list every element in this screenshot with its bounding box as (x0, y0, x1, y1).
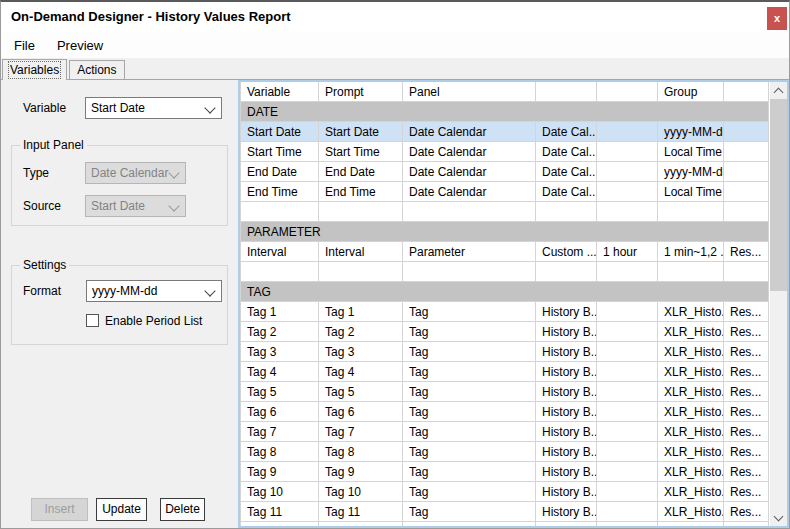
table-cell[interactable]: XLR_Histo... (658, 522, 724, 526)
table-cell[interactable] (597, 382, 658, 402)
table-cell[interactable]: Parameter (403, 242, 536, 262)
table-cell[interactable] (597, 302, 658, 322)
table-cell[interactable] (319, 262, 403, 282)
delete-button[interactable]: Delete (160, 498, 205, 521)
table-cell[interactable]: Local Time (658, 142, 724, 162)
table-cell[interactable]: XLR_Histo... (658, 442, 724, 462)
table-cell[interactable]: Tag 8 (241, 442, 319, 462)
table-cell[interactable]: Tag 12 (241, 522, 319, 526)
column-header[interactable]: Prompt (319, 82, 403, 102)
scroll-up-button[interactable] (770, 82, 787, 99)
table-cell[interactable]: Tag 6 (241, 402, 319, 422)
column-header[interactable] (597, 82, 658, 102)
column-header[interactable]: Group (658, 82, 724, 102)
table-cell[interactable] (724, 142, 769, 162)
table-cell[interactable]: History B... (536, 342, 597, 362)
table-cell[interactable]: Tag 3 (319, 342, 403, 362)
menu-item-preview[interactable]: Preview (46, 34, 114, 57)
table-cell[interactable] (597, 482, 658, 502)
table-cell[interactable]: Res... (724, 402, 769, 422)
table-cell[interactable]: Res... (724, 482, 769, 502)
table-cell[interactable]: Tag 2 (241, 322, 319, 342)
table-cell[interactable]: Tag 9 (319, 462, 403, 482)
table-row[interactable]: End DateEnd DateDate CalendarDate Cal...… (241, 162, 770, 182)
table-cell[interactable] (597, 122, 658, 142)
table-cell[interactable]: XLR_Histo... (658, 502, 724, 522)
enable-period-list-checkbox[interactable] (86, 314, 99, 327)
tab-actions[interactable]: Actions (69, 60, 124, 79)
table-cell[interactable]: Start Date (319, 122, 403, 142)
table-cell[interactable]: XLR_Histo... (658, 382, 724, 402)
table-row[interactable]: Tag 10Tag 10TagHistory B...XLR_Histo...R… (241, 482, 770, 502)
table-cell[interactable] (597, 502, 658, 522)
table-cell[interactable]: History B... (536, 382, 597, 402)
table-cell[interactable]: yyyy-MM-dd (658, 122, 724, 142)
table-cell[interactable]: Res... (724, 462, 769, 482)
table-cell[interactable]: Res... (724, 322, 769, 342)
table-cell[interactable]: Tag (403, 522, 536, 526)
table-cell[interactable]: End Time (319, 182, 403, 202)
table-cell[interactable] (241, 202, 319, 222)
table-cell[interactable]: Tag 4 (241, 362, 319, 382)
table-cell[interactable]: Res... (724, 422, 769, 442)
table-cell[interactable] (597, 462, 658, 482)
table-cell[interactable]: Start Date (241, 122, 319, 142)
table-cell[interactable] (536, 202, 597, 222)
table-cell[interactable]: Start Time (241, 142, 319, 162)
table-cell[interactable] (319, 202, 403, 222)
table-cell[interactable]: End Date (241, 162, 319, 182)
column-header[interactable]: Panel (403, 82, 536, 102)
table-row[interactable]: Tag 1Tag 1TagHistory B...XLR_Histo...Res… (241, 302, 770, 322)
table-cell[interactable] (597, 322, 658, 342)
table-cell[interactable]: Tag (403, 322, 536, 342)
table-cell[interactable] (403, 202, 536, 222)
variable-select[interactable]: Start Date (85, 97, 222, 119)
table-cell[interactable]: Date Calendar (403, 182, 536, 202)
table-cell[interactable]: Tag 11 (241, 502, 319, 522)
table-cell[interactable]: History B... (536, 442, 597, 462)
table-cell[interactable]: History B... (536, 422, 597, 442)
table-cell[interactable] (724, 182, 769, 202)
table-cell[interactable]: Tag 4 (319, 362, 403, 382)
table-cell[interactable]: Res... (724, 522, 769, 526)
table-cell[interactable] (597, 342, 658, 362)
table-cell[interactable]: History B... (536, 462, 597, 482)
table-cell[interactable]: History B... (536, 482, 597, 502)
table-cell[interactable] (597, 162, 658, 182)
table-cell[interactable] (597, 182, 658, 202)
table-cell[interactable] (597, 522, 658, 526)
table-cell[interactable]: History B... (536, 362, 597, 382)
table-cell[interactable]: XLR_Histo... (658, 462, 724, 482)
table-row[interactable]: IntervalIntervalParameterCustom ...1 hou… (241, 242, 770, 262)
table-row[interactable]: Tag 7Tag 7TagHistory B...XLR_Histo...Res… (241, 422, 770, 442)
table-cell[interactable]: 1 min~1,2 ... (658, 242, 724, 262)
table-cell[interactable]: Tag 7 (241, 422, 319, 442)
table-cell[interactable]: Tag 10 (319, 482, 403, 502)
table-row[interactable]: Tag 4Tag 4TagHistory B...XLR_Histo...Res… (241, 362, 770, 382)
table-row[interactable] (241, 202, 770, 222)
table-cell[interactable]: Start Time (319, 142, 403, 162)
table-cell[interactable] (597, 402, 658, 422)
table-cell[interactable] (724, 202, 769, 222)
table-cell[interactable]: Tag (403, 422, 536, 442)
table-cell[interactable]: Tag 5 (319, 382, 403, 402)
table-cell[interactable]: yyyy-MM-dd (658, 162, 724, 182)
table-cell[interactable]: Tag (403, 502, 536, 522)
table-cell[interactable]: Res... (724, 362, 769, 382)
table-cell[interactable]: Tag (403, 462, 536, 482)
table-cell[interactable] (597, 142, 658, 162)
table-cell[interactable]: Tag (403, 302, 536, 322)
table-cell[interactable] (724, 162, 769, 182)
table-cell[interactable]: Tag 9 (241, 462, 319, 482)
table-cell[interactable] (658, 202, 724, 222)
table-cell[interactable] (536, 262, 597, 282)
table-cell[interactable] (597, 362, 658, 382)
table-cell[interactable]: XLR_Histo... (658, 482, 724, 502)
vertical-scrollbar[interactable] (770, 82, 787, 526)
table-cell[interactable]: Res... (724, 382, 769, 402)
table-cell[interactable]: Date Cal... (536, 162, 597, 182)
table-cell[interactable]: History B... (536, 402, 597, 422)
table-cell[interactable] (658, 262, 724, 282)
table-cell[interactable]: Interval (241, 242, 319, 262)
table-cell[interactable]: Local Time (658, 182, 724, 202)
